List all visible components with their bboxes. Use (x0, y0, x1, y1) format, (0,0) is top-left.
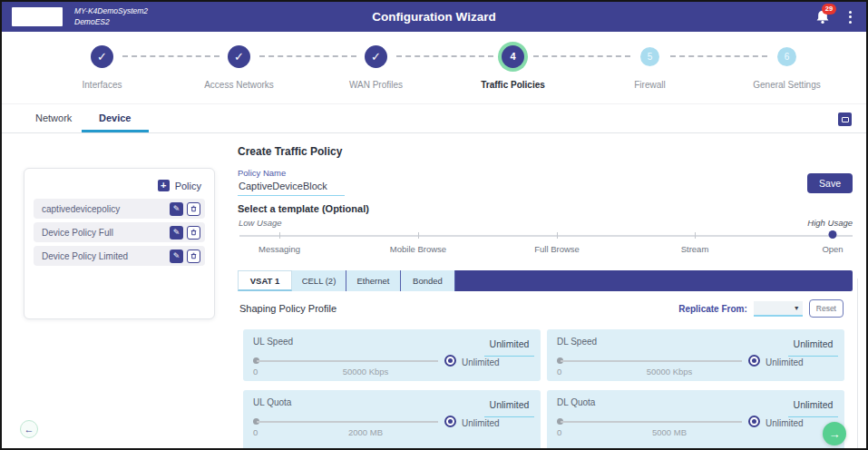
delete-icon[interactable] (187, 249, 200, 263)
ul-speed-value-input[interactable] (484, 338, 534, 357)
arrow-left-icon: ← (24, 424, 34, 435)
dl-quota-card: DL Quota 0 5000 MB Unlimited (547, 390, 844, 448)
tab-ethernet[interactable]: Ethernet (346, 270, 401, 291)
policy-name: captivedevicepolicy (42, 204, 170, 214)
notifications-bell-icon[interactable]: 29 (814, 9, 831, 25)
system-info: MY-K4DemoSystem2 DemoES2 (74, 6, 148, 26)
unlimited-radio[interactable] (748, 355, 760, 367)
plus-icon: + (158, 180, 170, 191)
high-usage-label: High Usage (807, 218, 853, 228)
step-number: 6 (777, 47, 796, 66)
template-option-messaging[interactable]: Messaging (258, 244, 300, 254)
delete-icon[interactable] (187, 226, 200, 240)
step-traffic-policies[interactable]: 4 Traffic Policies (444, 41, 581, 90)
slider-min: 0 (253, 367, 258, 377)
step-wan-profiles[interactable]: ✓ WAN Profiles (307, 41, 444, 90)
ul-quota-label: UL Quota (253, 397, 291, 407)
step-label: General Settings (753, 80, 821, 90)
edit-icon[interactable]: ✎ (170, 226, 183, 240)
save-button[interactable]: Save (807, 173, 853, 193)
ul-speed-slider-track[interactable] (257, 360, 438, 362)
kebab-menu-icon[interactable] (847, 9, 853, 25)
slider-max: 2000 MB (297, 427, 434, 437)
policy-list-item[interactable]: captivedevicepolicy ✎ (34, 199, 205, 219)
shaping-title: Shaping Policy Profile (239, 303, 336, 314)
policy-list-item[interactable]: Device Policy Full ✎ (34, 222, 205, 242)
replicate-from-dropdown[interactable]: ▼ (754, 301, 803, 317)
step-access-networks[interactable]: ✓ Access Networks (171, 41, 307, 90)
unlimited-radio-label: Unlimited (462, 357, 500, 367)
dl-quota-value-input[interactable] (788, 399, 838, 417)
template-option-mobile-browse[interactable]: Mobile Browse (390, 244, 446, 254)
unlimited-radio-label: Unlimited (462, 418, 500, 428)
replicate-from-label: Replicate From: (678, 304, 747, 314)
delete-icon[interactable] (187, 202, 200, 216)
arrow-right-icon: → (829, 427, 841, 441)
template-slider-track[interactable] (239, 235, 853, 237)
policy-name-input[interactable] (238, 179, 345, 196)
ul-quota-slider-track[interactable] (257, 421, 438, 423)
dl-speed-value-input[interactable] (788, 338, 838, 357)
slider-min: 0 (557, 427, 561, 437)
check-icon: ✓ (365, 45, 387, 68)
system-name: MY-K4DemoSystem2 (74, 6, 148, 16)
add-policy-label: Policy (175, 181, 201, 191)
slider-max: 50000 Kbps (601, 367, 737, 377)
configuration-wizard-screen: MY-K4DemoSystem2 DemoES2 Configuration W… (0, 0, 868, 450)
dl-quota-label: DL Quota (557, 397, 595, 407)
tab-vsat-1[interactable]: VSAT 1 (238, 270, 292, 291)
dl-speed-slider-track[interactable] (561, 360, 742, 362)
unlimited-radio[interactable] (748, 416, 760, 427)
tab-bonded[interactable]: Bonded (401, 270, 455, 291)
step-label: WAN Profiles (349, 80, 403, 90)
step-label: Access Networks (204, 80, 274, 90)
dl-quota-slider-track[interactable] (561, 421, 742, 423)
policy-list-item[interactable]: Device Policy Limited ✎ (34, 246, 205, 266)
edit-icon[interactable]: ✎ (170, 202, 183, 216)
unlimited-radio[interactable] (444, 355, 456, 367)
step-label: Traffic Policies (481, 80, 545, 90)
scroll-edge-divider (857, 279, 858, 448)
step-number: 5 (640, 47, 659, 66)
slider-min: 0 (557, 367, 561, 377)
dl-speed-label: DL Speed (557, 337, 597, 347)
step-general-settings[interactable]: 6 General Settings (718, 41, 855, 90)
template-section-label: Select a template (Optional) (238, 203, 369, 214)
low-usage-label: Low Usage (239, 218, 282, 228)
expand-view-icon[interactable] (838, 112, 852, 126)
notification-badge: 29 (822, 4, 836, 15)
slider-min: 0 (253, 427, 258, 437)
active-tab-underline (82, 130, 149, 132)
slider-max: 5000 MB (601, 427, 737, 437)
unlimited-radio-label: Unlimited (766, 357, 804, 367)
step-number: 4 (502, 45, 524, 68)
template-slider-handle[interactable] (829, 230, 837, 239)
next-button[interactable]: → (823, 422, 846, 445)
edit-icon[interactable]: ✎ (170, 249, 183, 263)
unlimited-radio[interactable] (444, 416, 456, 427)
tab-cell[interactable]: CELL (2) (292, 270, 346, 291)
view-tabbar: Network Device (2, 103, 866, 133)
step-label: Interfaces (83, 80, 122, 90)
app-header: MY-K4DemoSystem2 DemoES2 Configuration W… (2, 2, 866, 32)
template-option-open[interactable]: Open (822, 244, 843, 254)
logo (12, 7, 63, 26)
subsystem-name: DemoES2 (74, 17, 148, 27)
unlimited-radio-label: Unlimited (766, 418, 804, 428)
template-option-full-browse[interactable]: Full Browse (534, 244, 580, 254)
back-button[interactable]: ← (20, 420, 38, 438)
template-option-stream[interactable]: Stream (681, 244, 709, 254)
tab-device[interactable]: Device (99, 112, 131, 123)
tab-strip-filler (455, 270, 853, 291)
tab-network[interactable]: Network (35, 112, 72, 123)
add-policy-button[interactable]: + Policy (34, 178, 205, 199)
reset-button[interactable]: Reset (809, 299, 844, 318)
ul-quota-value-input[interactable] (484, 399, 534, 417)
step-label: Firewall (634, 80, 665, 90)
chevron-down-icon: ▼ (794, 305, 800, 311)
step-interfaces[interactable]: ✓ Interfaces (34, 41, 171, 90)
policy-name-label: Policy Name (238, 168, 286, 178)
wizard-stepper: ✓ Interfaces ✓ Access Networks ✓ WAN Pro… (2, 32, 866, 103)
form-title: Create Traffic Policy (238, 145, 342, 158)
step-firewall[interactable]: 5 Firewall (581, 41, 718, 90)
